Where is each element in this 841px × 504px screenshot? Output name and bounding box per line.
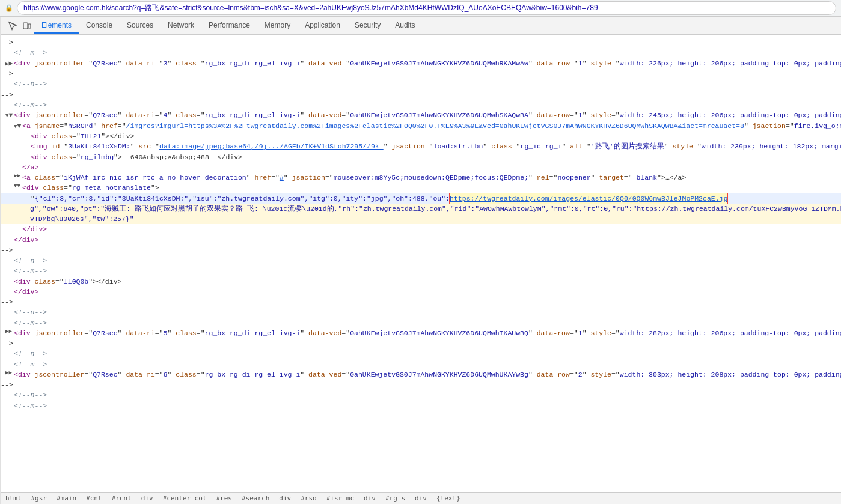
html-attr: jsname [35, 121, 60, 131]
json-content-2: g","ow":640,"pt":"海贼王: 路飞如何应对黑胡子的双果实？路 飞… [30, 204, 841, 225]
statusbar-item[interactable]: {text} [436, 494, 460, 502]
expand-arrow[interactable]: ▶ [5, 328, 14, 336]
html-attr-value: Q7Rsec [93, 328, 117, 338]
html-attr: data-ri [126, 58, 154, 68]
html-attr: href [255, 172, 272, 183]
statusbar-item[interactable]: #rcnt [112, 494, 132, 502]
html-tag: <div [31, 152, 52, 162]
statusbar-item[interactable]: div [364, 494, 376, 502]
tab-console[interactable]: Console [79, 18, 120, 34]
html-attr: id [52, 141, 60, 151]
html-attr-value: 1 [578, 328, 583, 338]
html-comment: <!--n--> [14, 348, 47, 359]
device-toggle-button[interactable] [20, 19, 34, 33]
statusbar-item[interactable]: #search [242, 494, 269, 502]
devtools-panel: Elements Console Sources Network Perform… [1, 17, 841, 504]
statusbar-item[interactable]: #rso [301, 494, 317, 502]
html-attr-value: Q7Rsec [93, 58, 117, 68]
json-text: " [31, 193, 35, 204]
html-attr-value: 0ahUKEwjetvGS0J7mAhwNGKYKHVZ6D6UQMwhSKAQ… [350, 110, 528, 120]
html-attr: class [176, 369, 197, 380]
tab-audits[interactable]: Audits [388, 18, 422, 34]
highlighted-url[interactable]: https://twgreatdaily.com/images/elastic/… [450, 193, 727, 204]
html-attr-src[interactable]: data:image/jpeg;base64,/9j.../AGFb/IK+V1… [159, 141, 384, 151]
html-line: <!--n--> [1, 348, 841, 359]
html-attr: target [599, 172, 623, 183]
html-attr-value: rg_bx rg_di rg_el ivg-i [205, 328, 301, 338]
statusbar-item[interactable]: html [5, 494, 22, 502]
html-line: <!--m--> [1, 266, 841, 276]
svg-rect-22 [23, 23, 28, 29]
html-attr: href [101, 121, 118, 131]
html-line: <!--m--> [1, 47, 841, 58]
html-comment: <!--m--> [14, 266, 47, 276]
html-tag: <div [14, 276, 35, 287]
html-attr-href[interactable]: # [280, 172, 284, 183]
html-tag: <div [14, 110, 35, 120]
inspect-element-button[interactable] [5, 19, 20, 33]
expand-arrow[interactable]: ▶ [5, 58, 14, 69]
tab-network[interactable]: Network [161, 18, 201, 34]
html-tag: </div> [14, 235, 38, 245]
html-attr: jsaction [292, 172, 325, 183]
html-line: <!--m--> [1, 401, 841, 411]
html-tag: <div [14, 328, 35, 338]
statusbar-item[interactable]: div [279, 494, 291, 502]
tab-memory[interactable]: Memory [257, 18, 298, 34]
html-attr: data-ri [126, 369, 154, 380]
html-line: ▼ <a jsname="hSRGPd" href="/imgres?imgur… [1, 121, 841, 132]
statusbar-item[interactable]: #gsr [31, 494, 47, 502]
lock-icon: 🔒 [5, 4, 13, 12]
statusbar-item[interactable]: #center_col [163, 494, 207, 502]
html-attr-value: 4 [164, 110, 168, 120]
html-attr: class [176, 58, 197, 68]
html-attr-value: Q7Rsec [93, 369, 117, 380]
expand-arrow[interactable]: ▶ [14, 172, 22, 181]
html-attr-value: 0ahUKEwjetvGS0J7mAhwNGKYKHVZ6D6UQMwhRKAM… [350, 58, 528, 68]
expand-arrow[interactable]: ▶ [5, 369, 14, 378]
html-tag: <div [22, 183, 43, 193]
devtools-toolbar: Elements Console Sources Network Perform… [1, 17, 841, 35]
html-attr-value: width: 245px; height: 206px; padding-top… [620, 110, 841, 120]
html-attr-value: 1 [578, 110, 583, 120]
tab-elements[interactable]: Elements [34, 18, 79, 34]
html-attr-value: width: 239px; height: 182px; margin-left… [702, 141, 841, 151]
html-attr: class [176, 328, 197, 338]
html-comment: <!--m--> [14, 100, 47, 110]
html-attr: data-ri [126, 110, 154, 120]
html-tag: <a [22, 121, 35, 131]
tab-performance[interactable]: Performance [201, 18, 257, 34]
statusbar-item[interactable]: #rg_s [385, 494, 405, 502]
expand-arrow[interactable]: ▼ [5, 110, 14, 121]
html-attr-value: width: 282px; height: 206px; padding-top… [620, 328, 841, 338]
html-attr-value: 0ahUKEwjetvGS0J7mAhwNGKYKHVZ6D6UQMwhUKAY… [350, 369, 528, 380]
html-attr: jscontroller [35, 328, 85, 338]
html-attr-value: 1 [578, 58, 583, 68]
expand-arrow[interactable]: ▼ [14, 183, 22, 191]
expand-arrow[interactable]: ▼ [14, 121, 22, 132]
html-attr-value: 3UaKti841cXsDM: [68, 141, 130, 151]
tab-application[interactable]: Application [298, 18, 347, 34]
html-line-selected: "{"cl":3,"cr":3,"id":"3UaKti841cXsDM:","… [1, 193, 841, 204]
html-attr-href[interactable]: /imgres?imgurl=https%3A%2F%2Ftwgreatdail… [126, 121, 744, 131]
statusbar-item[interactable]: #main [57, 494, 76, 502]
html-line: <!--n--> [1, 307, 841, 317]
url-bar[interactable]: https://www.google.com.hk/search?q=路飞&sa… [17, 1, 836, 15]
statusbar-item[interactable]: #isr_mc [326, 494, 354, 502]
html-comment: <!--m--> [14, 47, 47, 58]
statusbar-item[interactable]: div [141, 494, 153, 502]
statusbar-item[interactable]: div [415, 494, 427, 502]
html-attr-value: noopener [557, 172, 590, 183]
statusbar-item[interactable]: #cnt [86, 494, 102, 502]
tab-security[interactable]: Security [347, 18, 388, 34]
devtools-content[interactable]: --> <!--m--> ▶ <div jscontroller="Q7Rsec… [1, 35, 841, 492]
html-line: <!--m--> [1, 318, 841, 328]
html-attr: jscontroller [35, 369, 85, 380]
html-tag: </div> [22, 224, 47, 234]
html-attr: data-ved [308, 369, 341, 380]
html-attr-value: rg_ilmbg [81, 152, 114, 162]
statusbar-item[interactable]: #res [216, 494, 232, 502]
tab-sources[interactable]: Sources [120, 18, 161, 34]
json-content: {"cl":3,"cr":3,"id":"3UaKti841cXsDM:","i… [35, 193, 450, 204]
html-attr: class [35, 276, 56, 287]
